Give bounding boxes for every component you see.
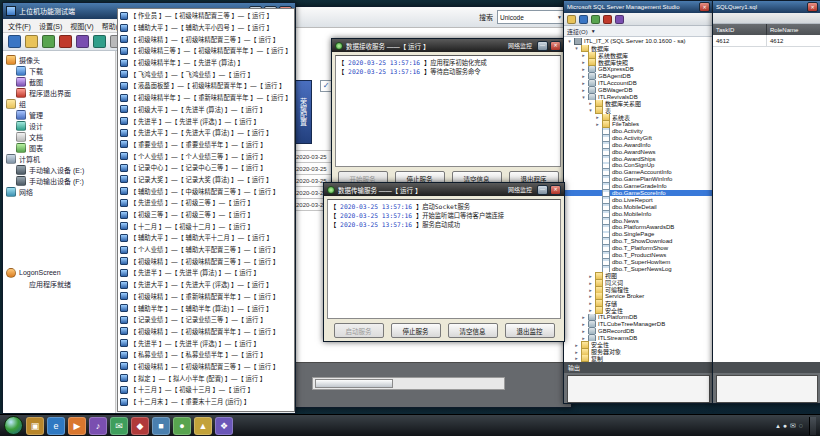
tree-node[interactable]: dbo.GameScoreInfo — [564, 190, 713, 197]
tree-node[interactable]: ▸ GBWagerDB — [564, 86, 713, 93]
sidebar-item[interactable]: 设计 — [3, 120, 115, 131]
tree-expander-icon[interactable]: ▸ — [588, 273, 593, 279]
tree-expander-icon[interactable]: ▸ — [574, 349, 579, 355]
tree-node[interactable]: ▸ 安全性 — [564, 341, 713, 348]
tree-expander-icon[interactable]: ▾ — [581, 94, 586, 100]
tree-node[interactable]: ▸ GBRecordDB — [564, 327, 713, 334]
tree-node[interactable]: dbo.News — [564, 217, 713, 224]
toolbar-icon[interactable] — [591, 15, 600, 24]
tree-node[interactable]: ▸ 数据库关系图 — [564, 100, 713, 107]
tree-node[interactable]: dbo.ActivityGift — [564, 134, 713, 141]
toolbar-icon[interactable] — [567, 15, 576, 24]
tree-node[interactable]: ▸ 同义词 — [564, 279, 713, 286]
close-button[interactable]: ✕ — [550, 41, 561, 51]
task-list-item[interactable]: 【 初级味精三等 】—【 初级味精配置半年 】—【 运行 】 — [118, 45, 294, 57]
task-list-item[interactable]: 【 初级三等 】—【 初级三等 】—【 运行 】 — [118, 209, 294, 221]
task-list-item[interactable]: 【 辅助大平 】—【 辅助大平小四号 】—【 运行 】 — [118, 22, 294, 34]
toolbar-icon[interactable] — [25, 35, 38, 48]
toolbar-icon[interactable] — [93, 35, 106, 48]
tree-node[interactable]: dbo.AwardShips — [564, 155, 713, 162]
dialog-titlebar[interactable]: 数据接收服务 ——【 运行 】 网络监控 — ✕ — [332, 39, 564, 52]
tree-node[interactable]: ▸ ITLCubeTreeManagerDB — [564, 321, 713, 328]
grid-cell[interactable]: 4612 — [713, 35, 767, 47]
close-button[interactable]: ✕ — [699, 2, 710, 12]
taskbar-app-icon[interactable]: ✉ — [110, 417, 128, 435]
tree-node[interactable]: ▸ ITLAccountDB — [564, 79, 713, 86]
tree-node[interactable]: ▸ 安全性 — [564, 307, 713, 314]
sidebar-item[interactable]: 网络 — [3, 186, 115, 197]
tree-expander-icon[interactable]: ▸ — [574, 342, 579, 348]
tree-node[interactable]: dbo.T_ShowDownload — [564, 238, 713, 245]
minimize-button[interactable]: — — [537, 185, 548, 195]
menu-item[interactable]: 设置(S) — [39, 21, 62, 31]
tree-node[interactable]: ▸ 视图 — [564, 272, 713, 279]
column-header[interactable]: RoleName — [767, 24, 820, 35]
tree-node[interactable]: ▸ ITLPlatformDB — [564, 314, 713, 321]
sidebar-item[interactable]: 摄像头 — [3, 54, 115, 65]
taskbar-app-icon[interactable]: ● — [173, 417, 191, 435]
tree-node[interactable]: ▸ ITLStreamsDB — [564, 334, 713, 341]
encoding-combobox[interactable]: Unicode ▼ — [497, 10, 565, 24]
tree-node[interactable]: dbo.AwardInfo — [564, 141, 713, 148]
tree-expander-icon[interactable]: ▸ — [588, 300, 593, 306]
task-list-item[interactable]: 【 初级味精 】—【 重新味精配置半年 】—【 运行 】 — [118, 291, 294, 303]
tree-expander-icon[interactable]: ▸ — [581, 73, 586, 79]
tree-node[interactable]: dbo.GameGradeInfo — [564, 183, 713, 190]
tree-expander-icon[interactable]: ▸ — [595, 121, 600, 127]
tree-expander-icon[interactable]: ▸ — [581, 328, 586, 334]
sidebar-item[interactable]: 图表 — [3, 142, 115, 153]
task-list-item[interactable]: 【 初级味精半年 】—【 先进半 (算法) 】 — [118, 57, 294, 69]
sidebar-item[interactable]: 截图 — [3, 76, 115, 87]
taskbar-app-icon[interactable]: ▶ — [68, 417, 86, 435]
toolbar-icon[interactable] — [615, 15, 624, 24]
task-list-item[interactable]: 【 初级味精 】—【 初级味精配置三等 】—【 运行 】 — [118, 255, 294, 267]
task-list-item[interactable]: 【 先进半 】—【 先进半 (评选) 】—【 运行 】 — [118, 337, 294, 349]
tree-expander-icon[interactable]: ▸ — [574, 355, 579, 361]
results-grid-row[interactable]: 46124612 — [713, 35, 820, 47]
task-list-item[interactable]: 【 重要业绩 】—【 重要业绩半年 】—【 运行 】 — [118, 139, 294, 151]
tree-node[interactable]: dbo.GamePlanWinInfo — [564, 176, 713, 183]
tree-node[interactable]: ▾ ITLRevivalsDB — [564, 93, 713, 100]
task-list-item[interactable]: 【 辅助大平 】—【 辅助大平十二月 】—【 运行 】 — [118, 232, 294, 244]
sidebar-item[interactable]: LogonScreen — [3, 267, 115, 278]
tree-node[interactable]: ▸ 系统表 — [564, 114, 713, 121]
toolbar-icon[interactable] — [59, 35, 72, 48]
scrollbar-thumb[interactable] — [315, 379, 393, 388]
task-list-item[interactable]: 【 初级味精 】—【 初级味精配置半年 】—【 运行 】 — [118, 326, 294, 338]
results-titlebar[interactable]: SQLQuery1.sql ✕ — [713, 1, 820, 13]
task-list-item[interactable]: 【 先进大平 】—【 先进大平 (评选) 】—【 运行 】 — [118, 279, 294, 291]
tree-node[interactable]: dbo.Activity — [564, 128, 713, 135]
task-list-item[interactable]: 【 作业员 】—【 初级味精配置三等 】—【 运行 】 — [118, 10, 294, 22]
tree-expander-icon[interactable]: ▸ — [588, 293, 593, 299]
task-list-item[interactable]: 【 辅助业绩 】—【 中级味精配置三等 】—【 运行 】 — [118, 185, 294, 197]
task-list-item[interactable]: 【 十二月 】—【 初级十二月 】—【 运行 】 — [118, 220, 294, 232]
task-list-item[interactable]: 【 记录大奖 】—【 记录大奖 (算法) 】—【 运行 】 — [118, 174, 294, 186]
sidebar-item[interactable]: 管理 — [3, 109, 115, 120]
tree-expander-icon[interactable]: ▸ — [581, 314, 586, 320]
tree-expander-icon[interactable]: ▸ — [581, 321, 586, 327]
close-button[interactable]: ✕ — [550, 185, 561, 195]
task-list-item[interactable]: 【 先进半 】—【 先进半 (算法) 】—【 运行 】 — [118, 267, 294, 279]
task-list-item[interactable]: 【 个人业绩 】—【 辅助大平配置三等 】—【 运行 】 — [118, 244, 294, 256]
toolbar-icon[interactable] — [42, 35, 55, 48]
tray-icon[interactable]: ▴ — [776, 422, 780, 430]
dialog-button[interactable]: 退出监控 — [505, 323, 555, 338]
tree-node[interactable]: ▸ GBXpressDB — [564, 66, 713, 73]
tree-node[interactable]: ▸ GBAgentDB — [564, 72, 713, 79]
task-list-item[interactable]: 【 十三月 】—【 初级十三月 】—【 运行 】 — [118, 384, 294, 396]
tree-expander-icon[interactable]: ▸ — [588, 280, 593, 286]
tree-expander-icon[interactable]: ▸ — [581, 80, 586, 86]
task-list-item[interactable]: 【 拟定 】—【 拟人小半年 (配置) 】—【 运行 】 — [118, 372, 294, 384]
task-list-item[interactable]: 【 初级大平 】—【 先进半 (算法) 】—【 运行 】 — [118, 104, 294, 116]
task-list-item[interactable]: 【 初级味精 】—【 初级味精配置三等 】—【 运行 】 — [118, 361, 294, 373]
toolbar-icon[interactable] — [8, 35, 21, 48]
task-list-item[interactable]: 【 记录中心 】—【 记录中心三等 】—【 运行 】 — [118, 162, 294, 174]
tree-node[interactable]: ▸ Service Broker — [564, 293, 713, 300]
tree-node[interactable]: dbo.ConSignUp — [564, 162, 713, 169]
tree-node[interactable]: dbo.AwardNews — [564, 148, 713, 155]
grid-cell[interactable]: 4612 — [767, 35, 820, 47]
start-button[interactable] — [4, 416, 23, 435]
column-header[interactable]: TaskID — [713, 24, 767, 35]
task-list-item[interactable]: 【 私募业绩 】—【 私募业绩半年 】—【 运行 】 — [118, 349, 294, 361]
tree-node[interactable]: dbo.T_ProductNews — [564, 252, 713, 259]
